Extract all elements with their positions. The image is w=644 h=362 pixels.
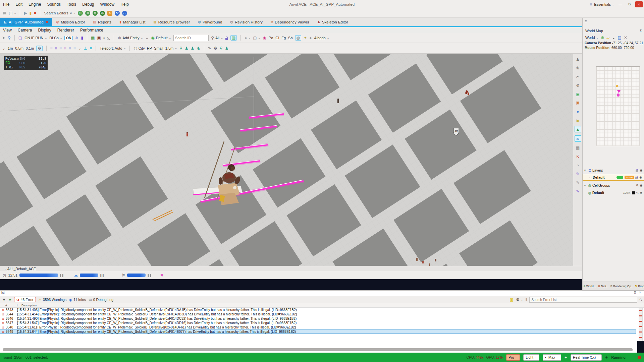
eye-icon[interactable]: ◉ [640, 191, 642, 194]
on-toggle[interactable]: ON [64, 36, 73, 40]
menu-view[interactable]: View [0, 28, 15, 33]
maximize-button[interactable]: ⧉ [626, 1, 633, 7]
menu-engine[interactable]: Engine [25, 2, 44, 7]
panel-tab-tool[interactable]: ▦Tool... [598, 285, 608, 288]
sequence-bar[interactable]: ⌄ ALL_Default_ACE [0, 266, 582, 271]
panel-close-icon[interactable]: ✕ [639, 291, 641, 294]
orange-layer-icon[interactable]: ▣ [575, 100, 581, 106]
cellgroups-header-row[interactable]: ▼ ◍ CellGroups ⚲◉ [583, 182, 644, 189]
essentials-dropdown[interactable]: Essentials⌄ [594, 2, 614, 6]
menu-help[interactable]: Help [117, 2, 132, 7]
key-icon[interactable]: K [575, 154, 581, 159]
tab-reports[interactable]: ▤Reports [89, 18, 116, 26]
cloud-icon[interactable]: ☁ [74, 273, 78, 277]
entity-caret[interactable]: ⌄ [145, 36, 149, 40]
log-settings-dropdown[interactable]: ⚙⌄ [516, 298, 523, 302]
filter-icon[interactable]: ▼ [2, 298, 6, 302]
timeline-bar-1[interactable] [19, 274, 58, 277]
close-button[interactable]: ✕ [635, 1, 643, 7]
save-icon[interactable]: ▤ [3, 11, 6, 15]
error-row-3648[interactable]: ⊗3648[15:54:31.611] Error[Physic]: Rigid… [0, 325, 636, 329]
brush-purple2-icon[interactable]: ✎ [575, 188, 581, 194]
menu-debug[interactable]: Debug [79, 2, 97, 7]
freeze-icon[interactable]: ❄ [75, 36, 78, 40]
character-icon[interactable]: ♟ [575, 56, 581, 62]
grid-mode-5-icon[interactable]: ⌗ [69, 46, 71, 50]
tab-manager-list[interactable]: ▮Manager List [115, 18, 149, 26]
menu-renderer[interactable]: Renderer [54, 28, 77, 33]
select-tool-icon[interactable]: ➤ [2, 36, 5, 40]
lock-icon[interactable] [635, 177, 638, 179]
minimize-button[interactable]: — [616, 1, 624, 7]
wrench-icon[interactable]: ⚒ [115, 11, 120, 16]
minimap[interactable]: ✕ [596, 66, 640, 146]
dock-icon[interactable]: ≡ [585, 19, 587, 23]
stack-icon[interactable]: ≡ [90, 46, 92, 50]
quality-dropdown[interactable]: ◐Max⌄ [543, 354, 561, 361]
search-editors[interactable]: Search Editors⚲⌄ [44, 11, 75, 15]
timeline-bar-3[interactable] [127, 274, 146, 277]
edit-icon[interactable]: ✎ [208, 46, 211, 50]
npc-run-icon[interactable]: ♟ [191, 46, 194, 50]
tab-mission-editor[interactable]: ◎Mission Editor [52, 18, 89, 26]
film-icon[interactable]: ▦ [91, 36, 95, 40]
enabled-toggle[interactable] [616, 176, 623, 179]
scale-caret[interactable]: ⌄ [2, 46, 5, 50]
timeline-time[interactable]: 12:51 [8, 273, 17, 277]
sphere2-icon[interactable]: ● [309, 36, 312, 40]
panel-tab-rendering-op[interactable]: ⚙Rendering Op... [610, 285, 633, 288]
globe2-icon[interactable]: ◍ [100, 11, 105, 16]
folder-icon[interactable]: ▱ [606, 36, 609, 40]
gears-icon[interactable]: ⚙ [575, 82, 581, 88]
debug-count[interactable]: ▤0 Debug Log [89, 298, 113, 302]
eye-icon[interactable]: ◉ [639, 176, 642, 179]
teleport-dropdown[interactable]: Teleport: Auto⌄ [100, 46, 126, 50]
asset-icon[interactable]: a [107, 11, 112, 16]
tab-playground[interactable]: ◍Playground [194, 18, 226, 26]
cut-icon[interactable]: ✂ [575, 74, 581, 79]
po-toggle[interactable]: Po [269, 36, 273, 40]
globe-icon[interactable]: ◍ [93, 11, 98, 16]
dlcs-dropdown[interactable]: DLCs⌄ [49, 36, 62, 40]
pink-marker-icon[interactable]: ✖ [160, 273, 164, 277]
highlight-icon[interactable]: ▣ [510, 298, 514, 302]
probe-icon[interactable]: ⚲ [220, 46, 223, 50]
menu-sounds[interactable]: Sounds [44, 2, 64, 7]
water-icon[interactable]: ≋ [575, 135, 581, 142]
pin-icon[interactable]: ⊼ [640, 29, 642, 33]
camera-icon[interactable]: ▣ [97, 36, 101, 40]
pause-marks-2[interactable]: ▌▌ [100, 274, 105, 277]
grid-mode-3-icon[interactable]: ⌗ [60, 46, 62, 50]
blue-sphere-icon[interactable]: ● [575, 109, 581, 114]
panel-tab-world[interactable]: ⊕World... [583, 285, 596, 288]
info-count[interactable]: ◉11 Infos [69, 298, 86, 302]
green-layer-icon[interactable]: ▣ [575, 91, 581, 97]
brush-purple-icon[interactable]: ✎ [575, 171, 581, 177]
sphere-mode-dropdown[interactable]: ●⌄ [245, 36, 251, 40]
lock-icon[interactable] [225, 38, 228, 40]
pin-icon[interactable]: ⊼ [634, 291, 636, 294]
prg-dropdown[interactable]: Prg⌄ [506, 354, 520, 361]
globe-add-icon[interactable]: ⊕ [601, 36, 604, 40]
gi-toggle[interactable]: Gi [275, 36, 279, 40]
grid-settings-icon[interactable]: ⚙ [36, 46, 43, 51]
menu-camera[interactable]: Camera [15, 28, 35, 33]
error-hscrollbar[interactable] [3, 348, 633, 351]
yellow-layer-icon[interactable]: ▣ [575, 117, 581, 123]
expand-caret[interactable]: ▼ [583, 169, 587, 172]
menu-display[interactable]: Display [35, 28, 54, 33]
menu-tools[interactable]: Tools [64, 2, 79, 7]
sync-icon[interactable]: ↻ [78, 11, 83, 16]
save-map-icon[interactable]: ▤ [618, 36, 622, 40]
flower-icon[interactable]: ❀ [575, 65, 581, 71]
folder-caret[interactable]: ⌄ [612, 36, 615, 40]
menu-edit[interactable]: Edit [12, 2, 25, 7]
search-id-input[interactable] [173, 35, 209, 41]
npc2-icon[interactable]: ♟ [225, 46, 229, 50]
world-dropdown[interactable]: World⌄ [585, 36, 598, 40]
lock-icon[interactable] [636, 170, 638, 172]
scale-01m[interactable]: 0.1m [26, 46, 34, 50]
grid-icon[interactable]: ▦ [575, 145, 581, 150]
panel-tab-proper[interactable]: ⚒Proper... [635, 285, 644, 288]
menu-window[interactable]: Window [97, 2, 118, 7]
